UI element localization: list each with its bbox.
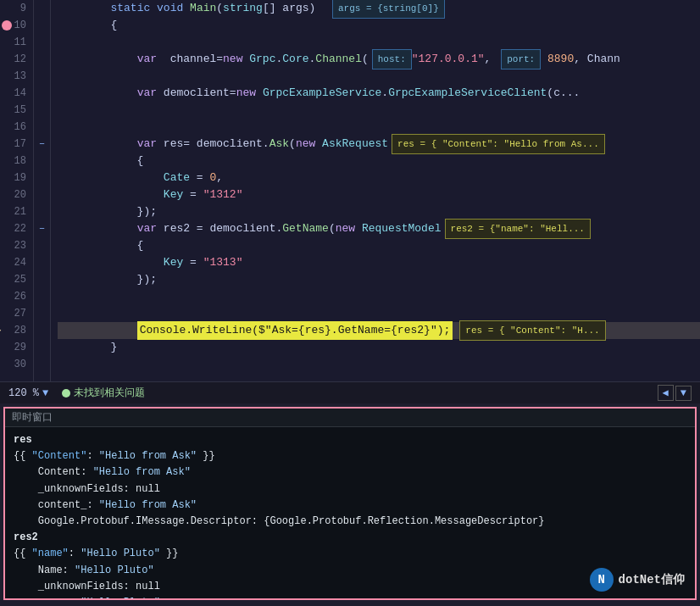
output-line-res-obj: {{ "Content": "Hello from Ask" }}	[14, 448, 686, 464]
code-line-9: static void Main ( string [] args) args …	[58, 0, 700, 17]
error-status: 未找到相关问题	[62, 386, 145, 400]
output-line-unknown1: _unknownFields: null	[14, 481, 686, 498]
watermark: N dotNet信仰	[590, 568, 685, 592]
zoom-value: 120 %	[8, 387, 39, 399]
nav-arrows[interactable]: ◀ ▼	[658, 385, 692, 401]
code-line-17: var res= democlient. Ask ( new AskReques…	[58, 136, 700, 153]
code-line-30	[58, 356, 700, 373]
error-text: 未找到相关问题	[74, 386, 145, 400]
code-line-20: Key = "1312"	[58, 186, 700, 203]
output-line-descriptor1: Google.Protobuf.IMessage.Descriptor: {Go…	[14, 514, 686, 530]
code-line-23: {	[58, 237, 700, 254]
output-title: 即时窗口	[12, 412, 53, 424]
watermark-text: dotNet信仰	[619, 572, 685, 587]
editor-area: 9 10 11 12 13 14 15 16 17 18 19 20 21 22…	[0, 0, 700, 381]
code-line-24: Key = "1313"	[58, 254, 700, 271]
output-line-name2: name_: "Hello Pluto"	[14, 595, 686, 598]
code-line-19: Cate = 0 ,	[58, 170, 700, 186]
nav-dropdown-icon[interactable]: ▼	[675, 386, 692, 401]
status-indicator	[62, 389, 70, 398]
line-numbers: 9 10 11 12 13 14 15 16 17 18 19 20 21 22…	[0, 0, 34, 381]
code-line-12: var channel= new Grpc . Core . Channel (…	[58, 51, 700, 68]
code-lines: static void Main ( string [] args) args …	[51, 0, 700, 381]
output-line-content2: content_: "Hello from Ask"	[14, 498, 686, 514]
output-panel: 即时窗口 res {{ "Content": "Hello from Ask" …	[3, 407, 697, 600]
code-line-22: var res2 = democlient. GetName ( new Req…	[58, 220, 700, 237]
nav-prev-icon[interactable]: ◀	[658, 385, 674, 401]
status-bar: 120 % ▼ 未找到相关问题 ◀ ▼	[0, 381, 700, 403]
watermark-icon: N	[590, 568, 614, 592]
output-line-res2-obj: {{ "name": "Hello Pluto" }}	[14, 546, 686, 562]
zoom-control[interactable]: 120 % ▼	[8, 387, 48, 399]
zoom-dropdown-icon[interactable]: ▼	[42, 387, 48, 399]
output-header: 即时窗口	[5, 409, 695, 427]
code-line-27	[58, 305, 700, 322]
output-line-unknown2: _unknownFields: null	[14, 579, 686, 595]
code-line-26	[58, 288, 700, 305]
gutter: − −	[34, 0, 51, 381]
code-line-15	[58, 102, 700, 119]
output-line-res2-label: res2	[14, 530, 686, 546]
code-line-10: {	[58, 17, 700, 34]
code-line-13	[58, 68, 700, 85]
output-line-content: Content: "Hello from Ask"	[14, 464, 686, 481]
code-line-16	[58, 119, 700, 136]
code-line-21: });	[58, 203, 700, 220]
code-line-18: {	[58, 153, 700, 170]
code-line-28: Console.WriteLine($"Ask={res}.GetName={r…	[58, 322, 700, 339]
code-line-11	[58, 34, 700, 51]
current-line-28: 28	[7, 322, 26, 339]
code-container: 9 10 11 12 13 14 15 16 17 18 19 20 21 22…	[0, 0, 700, 381]
code-line-25: });	[58, 271, 700, 288]
code-line-14: var democlient= new GrpcExampleService .…	[58, 85, 700, 102]
output-line-name: Name: "Hello Pluto"	[14, 563, 686, 579]
breakpoint-line10[interactable]: 10	[7, 17, 26, 34]
code-line-29: }	[58, 339, 700, 356]
output-line-res-label: res	[14, 432, 686, 448]
